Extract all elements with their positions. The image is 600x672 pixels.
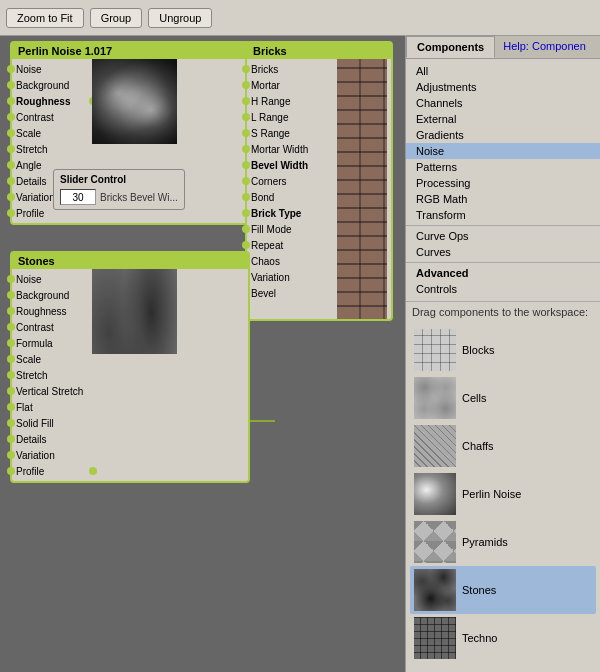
bricks-port-variation[interactable]: Variation <box>247 269 337 285</box>
stones-port-roughness[interactable]: Roughness <box>12 303 92 319</box>
comp-name-perlin: Perlin Noise <box>462 488 521 500</box>
stones-preview <box>92 269 177 354</box>
comp-thumb-techno <box>414 617 456 659</box>
comp-chaffs[interactable]: Chaffs <box>410 422 596 470</box>
cat-noise[interactable]: Noise <box>406 143 600 159</box>
tab-help[interactable]: Help: Componen <box>495 36 594 58</box>
perlin-title: Perlin Noise 1.017 <box>12 43 248 59</box>
port-stretch[interactable]: Stretch <box>12 141 92 157</box>
bricks-port-mortar[interactable]: Mortar <box>247 77 337 93</box>
toolbar: Zoom to Fit Group Ungroup <box>0 0 600 36</box>
stones-port-stretch[interactable]: Stretch <box>12 367 92 383</box>
comp-thumb-blocks <box>414 329 456 371</box>
bricks-port-chaos[interactable]: Chaos <box>247 253 337 269</box>
bricks-port-bond[interactable]: Bond <box>247 189 337 205</box>
node-bricks[interactable]: Bricks Bricks Mortar H Range L Range S R… <box>245 41 393 321</box>
comp-thumb-cells <box>414 377 456 419</box>
cat-channels[interactable]: Channels <box>406 95 600 111</box>
divider-1 <box>406 225 600 226</box>
cat-all[interactable]: All <box>406 63 600 79</box>
cat-curveops[interactable]: Curve Ops <box>406 228 600 244</box>
divider-2 <box>406 262 600 263</box>
stones-port-contrast[interactable]: Contrast <box>12 319 92 335</box>
stones-port-background[interactable]: Background <box>12 287 92 303</box>
bricks-port-corners[interactable]: Corners <box>247 173 337 189</box>
bricks-port-lrange[interactable]: L Range <box>247 109 337 125</box>
comp-pyramids[interactable]: Pyramids <box>410 518 596 566</box>
stones-port-scale[interactable]: Scale <box>12 351 92 367</box>
bricks-port-bevelwidth[interactable]: Bevel Width <box>247 157 337 173</box>
slider-value-input[interactable] <box>60 189 96 205</box>
stones-port-solidfill[interactable]: Solid Fill <box>12 415 92 431</box>
port-contrast[interactable]: Contrast <box>12 109 92 125</box>
bricks-port-bricktype[interactable]: Brick Type <box>247 205 337 221</box>
main-area: Perlin Noise 1.017 Noise Background Roug… <box>0 36 600 672</box>
cat-adjustments[interactable]: Adjustments <box>406 79 600 95</box>
comp-name-blocks: Blocks <box>462 344 494 356</box>
bricks-ports: Bricks Mortar H Range L Range S Range Mo… <box>247 59 337 319</box>
bricks-port-mortarwidth[interactable]: Mortar Width <box>247 141 337 157</box>
slider-control: Slider Control Bricks Bevel Wi... <box>53 169 185 210</box>
comp-name-pyramids: Pyramids <box>462 536 508 548</box>
adv-header: Advanced <box>406 265 600 281</box>
slider-label: Bricks Bevel Wi... <box>100 192 178 203</box>
perlin-preview <box>92 59 177 144</box>
cat-patterns[interactable]: Patterns <box>406 159 600 175</box>
comp-thumb-pyramids <box>414 521 456 563</box>
bricks-port-fillmode[interactable]: Fill Mode <box>247 221 337 237</box>
cat-external[interactable]: External <box>406 111 600 127</box>
node-stones[interactable]: Stones Noise Background Roughness Contra… <box>10 251 250 483</box>
ungroup-button[interactable]: Ungroup <box>148 8 212 28</box>
stones-port-formula[interactable]: Formula <box>12 335 92 351</box>
cat-rgbmath[interactable]: RGB Math <box>406 191 600 207</box>
bricks-port-bricks[interactable]: Bricks <box>247 61 337 77</box>
stones-port-variation[interactable]: Variation <box>12 447 92 463</box>
comp-stones[interactable]: Stones <box>410 566 596 614</box>
comp-blocks[interactable]: Blocks <box>410 326 596 374</box>
category-list: All Adjustments Channels External Gradie… <box>406 59 600 302</box>
stones-port-flat[interactable]: Flat <box>12 399 92 415</box>
workspace[interactable]: Perlin Noise 1.017 Noise Background Roug… <box>0 36 405 672</box>
comp-cells[interactable]: Cells <box>410 374 596 422</box>
comp-name-chaffs: Chaffs <box>462 440 494 452</box>
component-grid: Blocks Cells Chaffs Perlin Noise Pyramid… <box>406 322 600 672</box>
stones-port-vstretch[interactable]: Vertical Stretch <box>12 383 92 399</box>
stones-port-profile[interactable]: Profile <box>12 463 92 479</box>
bricks-preview <box>337 59 387 319</box>
comp-techno[interactable]: Techno <box>410 614 596 662</box>
panel-tabs: Components Help: Componen <box>406 36 600 59</box>
port-roughness[interactable]: Roughness <box>12 93 92 109</box>
comp-name-cells: Cells <box>462 392 486 404</box>
cat-transform[interactable]: Transform <box>406 207 600 223</box>
port-scale[interactable]: Scale <box>12 125 92 141</box>
port-noise[interactable]: Noise <box>12 61 92 77</box>
comp-perlin-noise[interactable]: Perlin Noise <box>410 470 596 518</box>
right-panel: Components Help: Componen All Adjustment… <box>405 36 600 672</box>
drag-label: Drag components to the workspace: <box>406 302 600 322</box>
group-button[interactable]: Group <box>90 8 143 28</box>
comp-thumb-stones <box>414 569 456 611</box>
comp-thumb-perlin <box>414 473 456 515</box>
port-background[interactable]: Background <box>12 77 92 93</box>
tab-components[interactable]: Components <box>406 36 495 58</box>
bricks-port-hrange[interactable]: H Range <box>247 93 337 109</box>
stones-port-noise[interactable]: Noise <box>12 271 92 287</box>
cat-processing[interactable]: Processing <box>406 175 600 191</box>
stones-ports: Noise Background Roughness Contrast Form… <box>12 269 92 481</box>
comp-name-stones: Stones <box>462 584 496 596</box>
bricks-port-repeat[interactable]: Repeat <box>247 237 337 253</box>
stones-port-details[interactable]: Details <box>12 431 92 447</box>
comp-name-techno: Techno <box>462 632 497 644</box>
bricks-port-srange[interactable]: S Range <box>247 125 337 141</box>
cat-controls[interactable]: Controls <box>406 281 600 297</box>
comp-thumb-chaffs <box>414 425 456 467</box>
zoom-fit-button[interactable]: Zoom to Fit <box>6 8 84 28</box>
cat-curves[interactable]: Curves <box>406 244 600 260</box>
bricks-port-bevel[interactable]: Bevel <box>247 285 337 301</box>
cat-gradients[interactable]: Gradients <box>406 127 600 143</box>
stones-title: Stones <box>12 253 248 269</box>
bricks-title: Bricks <box>247 43 391 59</box>
slider-title: Slider Control <box>60 174 178 185</box>
